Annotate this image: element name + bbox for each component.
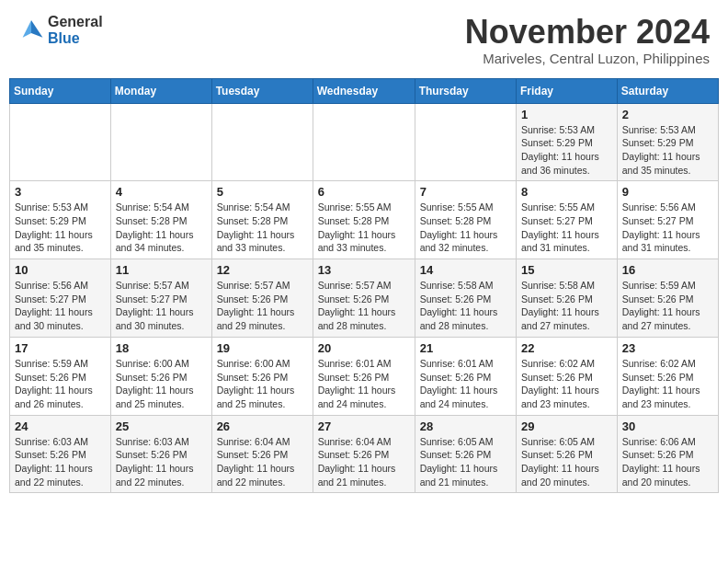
calendar-day-cell: 7Sunrise: 5:55 AMSunset: 5:28 PMDaylight… — [415, 181, 516, 259]
calendar-day-cell — [313, 103, 415, 181]
logo-icon — [18, 17, 44, 43]
day-number: 24 — [15, 419, 106, 433]
calendar-day-cell: 18Sunrise: 6:00 AMSunset: 5:26 PMDayligh… — [110, 337, 211, 415]
weekday-header-row: SundayMondayTuesdayWednesdayThursdayFrid… — [10, 78, 719, 103]
day-info: Sunrise: 5:57 AMSunset: 5:27 PMDaylight:… — [116, 279, 207, 333]
logo-blue-text: Blue — [48, 30, 103, 47]
calendar-day-cell: 19Sunrise: 6:00 AMSunset: 5:26 PMDayligh… — [211, 337, 313, 415]
day-info: Sunrise: 5:53 AMSunset: 5:29 PMDaylight:… — [15, 201, 106, 255]
weekday-header-cell: Sunday — [10, 78, 111, 103]
day-number: 19 — [217, 341, 308, 355]
calendar-week-row: 17Sunrise: 5:59 AMSunset: 5:26 PMDayligh… — [10, 337, 719, 415]
day-number: 29 — [521, 419, 612, 433]
day-info: Sunrise: 6:00 AMSunset: 5:26 PMDaylight:… — [116, 357, 207, 411]
day-number: 12 — [217, 263, 308, 277]
calendar-day-cell: 3Sunrise: 5:53 AMSunset: 5:29 PMDaylight… — [10, 181, 111, 259]
day-info: Sunrise: 6:04 AMSunset: 5:26 PMDaylight:… — [318, 435, 410, 489]
day-number: 17 — [15, 341, 106, 355]
day-info: Sunrise: 5:58 AMSunset: 5:26 PMDaylight:… — [420, 279, 511, 333]
calendar-day-cell: 13Sunrise: 5:57 AMSunset: 5:26 PMDayligh… — [313, 259, 415, 338]
calendar-day-cell: 21Sunrise: 6:01 AMSunset: 5:26 PMDayligh… — [415, 337, 516, 415]
day-info: Sunrise: 5:58 AMSunset: 5:26 PMDaylight:… — [521, 279, 612, 333]
calendar-day-cell: 20Sunrise: 6:01 AMSunset: 5:26 PMDayligh… — [313, 337, 415, 415]
calendar-table: SundayMondayTuesdayWednesdayThursdayFrid… — [9, 78, 719, 494]
day-number: 20 — [318, 341, 410, 355]
day-number: 15 — [521, 263, 612, 277]
calendar-day-cell: 24Sunrise: 6:03 AMSunset: 5:26 PMDayligh… — [10, 415, 111, 493]
day-number: 18 — [116, 341, 207, 355]
calendar-week-row: 10Sunrise: 5:56 AMSunset: 5:27 PMDayligh… — [10, 259, 719, 338]
day-number: 22 — [521, 341, 612, 355]
day-number: 28 — [420, 419, 511, 433]
calendar-day-cell — [110, 103, 211, 181]
calendar-day-cell: 23Sunrise: 6:02 AMSunset: 5:26 PMDayligh… — [617, 337, 718, 415]
day-number: 27 — [318, 419, 410, 433]
day-number: 16 — [622, 263, 713, 277]
day-info: Sunrise: 6:00 AMSunset: 5:26 PMDaylight:… — [217, 357, 308, 411]
day-info: Sunrise: 5:57 AMSunset: 5:26 PMDaylight:… — [217, 279, 308, 333]
day-info: Sunrise: 6:01 AMSunset: 5:26 PMDaylight:… — [420, 357, 511, 411]
calendar-day-cell: 28Sunrise: 6:05 AMSunset: 5:26 PMDayligh… — [415, 415, 516, 493]
weekday-header-cell: Wednesday — [313, 78, 415, 103]
calendar-day-cell: 11Sunrise: 5:57 AMSunset: 5:27 PMDayligh… — [110, 259, 211, 338]
day-number: 26 — [217, 419, 308, 433]
calendar-day-cell: 30Sunrise: 6:06 AMSunset: 5:26 PMDayligh… — [617, 415, 718, 493]
calendar-day-cell — [211, 103, 313, 181]
day-info: Sunrise: 5:55 AMSunset: 5:28 PMDaylight:… — [318, 201, 410, 255]
calendar-day-cell: 16Sunrise: 5:59 AMSunset: 5:26 PMDayligh… — [617, 259, 718, 338]
day-number: 23 — [622, 341, 713, 355]
day-info: Sunrise: 6:03 AMSunset: 5:26 PMDaylight:… — [15, 435, 106, 489]
calendar-day-cell: 27Sunrise: 6:04 AMSunset: 5:26 PMDayligh… — [313, 415, 415, 493]
day-info: Sunrise: 5:57 AMSunset: 5:26 PMDaylight:… — [318, 279, 410, 333]
calendar-day-cell: 14Sunrise: 5:58 AMSunset: 5:26 PMDayligh… — [415, 259, 516, 338]
day-info: Sunrise: 5:53 AMSunset: 5:29 PMDaylight:… — [622, 123, 713, 178]
day-number: 10 — [15, 263, 106, 277]
location-title: Mariveles, Central Luzon, Philippines — [465, 51, 710, 66]
day-info: Sunrise: 5:54 AMSunset: 5:28 PMDaylight:… — [116, 201, 207, 255]
day-info: Sunrise: 6:03 AMSunset: 5:26 PMDaylight:… — [116, 435, 207, 489]
day-info: Sunrise: 5:55 AMSunset: 5:28 PMDaylight:… — [420, 201, 511, 255]
day-number: 6 — [318, 185, 410, 199]
logo: General Blue — [18, 14, 103, 46]
day-number: 2 — [622, 108, 713, 121]
day-info: Sunrise: 6:01 AMSunset: 5:26 PMDaylight:… — [318, 357, 410, 411]
calendar-day-cell: 22Sunrise: 6:02 AMSunset: 5:26 PMDayligh… — [517, 337, 618, 415]
page-header: General Blue November 2024 Mariveles, Ce… — [9, 9, 719, 71]
day-number: 3 — [15, 185, 106, 199]
day-number: 14 — [420, 263, 511, 277]
calendar-day-cell: 25Sunrise: 6:03 AMSunset: 5:26 PMDayligh… — [110, 415, 211, 493]
day-info: Sunrise: 5:59 AMSunset: 5:26 PMDaylight:… — [15, 357, 106, 411]
day-info: Sunrise: 6:06 AMSunset: 5:26 PMDaylight:… — [622, 435, 713, 489]
calendar-body: 1Sunrise: 5:53 AMSunset: 5:29 PMDaylight… — [10, 103, 719, 493]
calendar-week-row: 3Sunrise: 5:53 AMSunset: 5:29 PMDaylight… — [10, 181, 719, 259]
day-number: 11 — [116, 263, 207, 277]
calendar-day-cell: 8Sunrise: 5:55 AMSunset: 5:27 PMDaylight… — [517, 181, 618, 259]
day-info: Sunrise: 6:02 AMSunset: 5:26 PMDaylight:… — [521, 357, 612, 411]
calendar-day-cell — [415, 103, 516, 181]
day-number: 4 — [116, 185, 207, 199]
weekday-header-cell: Tuesday — [211, 78, 313, 103]
calendar-day-cell: 15Sunrise: 5:58 AMSunset: 5:26 PMDayligh… — [517, 259, 618, 338]
day-info: Sunrise: 6:04 AMSunset: 5:26 PMDaylight:… — [217, 435, 308, 489]
day-info: Sunrise: 6:05 AMSunset: 5:26 PMDaylight:… — [521, 435, 612, 489]
day-number: 8 — [521, 185, 612, 199]
calendar-day-cell: 17Sunrise: 5:59 AMSunset: 5:26 PMDayligh… — [10, 337, 111, 415]
calendar-day-cell: 9Sunrise: 5:56 AMSunset: 5:27 PMDaylight… — [617, 181, 718, 259]
title-block: November 2024 Mariveles, Central Luzon, … — [465, 14, 710, 66]
day-info: Sunrise: 5:56 AMSunset: 5:27 PMDaylight:… — [15, 279, 106, 333]
day-number: 5 — [217, 185, 308, 199]
weekday-header-cell: Monday — [110, 78, 211, 103]
day-info: Sunrise: 5:59 AMSunset: 5:26 PMDaylight:… — [622, 279, 713, 333]
day-number: 7 — [420, 185, 511, 199]
calendar-week-row: 24Sunrise: 6:03 AMSunset: 5:26 PMDayligh… — [10, 415, 719, 493]
day-number: 30 — [622, 419, 713, 433]
day-info: Sunrise: 5:56 AMSunset: 5:27 PMDaylight:… — [622, 201, 713, 255]
weekday-header-cell: Saturday — [617, 78, 718, 103]
day-number: 25 — [116, 419, 207, 433]
calendar-day-cell: 4Sunrise: 5:54 AMSunset: 5:28 PMDaylight… — [110, 181, 211, 259]
day-info: Sunrise: 5:54 AMSunset: 5:28 PMDaylight:… — [217, 201, 308, 255]
calendar-day-cell: 6Sunrise: 5:55 AMSunset: 5:28 PMDaylight… — [313, 181, 415, 259]
weekday-header-cell: Friday — [517, 78, 618, 103]
weekday-header-cell: Thursday — [415, 78, 516, 103]
day-info: Sunrise: 6:05 AMSunset: 5:26 PMDaylight:… — [420, 435, 511, 489]
